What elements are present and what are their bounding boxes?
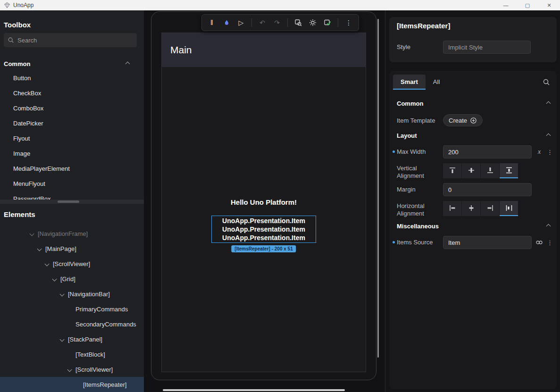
style-input[interactable] [443, 41, 531, 54]
chevron-down-icon[interactable] [67, 367, 72, 372]
tree-item-scrollviewer-2[interactable]: [ScrollViewer] [0, 362, 144, 377]
section-miscellaneous[interactable]: Miscellaneous [397, 220, 550, 232]
tree-item-label: [TextBlock] [75, 351, 105, 358]
toolbox-search[interactable] [4, 33, 137, 47]
chevron-up-icon [125, 61, 130, 66]
redo-button[interactable]: ↷ [273, 18, 281, 27]
max-width-input[interactable] [443, 145, 532, 158]
property-label: Horizontal Alignment [397, 202, 440, 217]
bind-function-icon[interactable]: x [538, 145, 541, 158]
tree-item-textblock[interactable]: [TextBlock] [0, 347, 144, 362]
minimize-button[interactable]: — [495, 0, 517, 10]
maximize-button[interactable]: ▢ [517, 0, 538, 10]
selected-itemsrepeater[interactable]: UnoApp.Presentation.Item UnoApp.Presenta… [211, 216, 316, 243]
chevron-down-icon[interactable] [52, 276, 57, 281]
chevron-down-icon[interactable] [60, 292, 65, 296]
tree-item-mainpage[interactable]: [MainPage] [0, 241, 144, 256]
chevron-down-icon[interactable] [30, 231, 34, 236]
greeting-text[interactable]: Hello Uno Platform! [162, 198, 366, 206]
canvas-horizontal-scrollbar[interactable] [163, 389, 345, 391]
toolbox-items: Button CheckBox ComboBox DatePicker Flyo… [0, 71, 144, 207]
repeater-item[interactable]: UnoApp.Presentation.Item [212, 217, 316, 225]
tree-item-navigationframe[interactable]: [NavigationFrame] [0, 226, 144, 241]
valign-bottom-button[interactable] [481, 163, 499, 178]
halign-left-button[interactable] [443, 201, 461, 216]
section-layout[interactable]: Layout [397, 129, 550, 142]
tab-smart[interactable]: Smart [393, 75, 426, 90]
section-label: Common [397, 100, 423, 107]
theme-toggle-icon[interactable] [309, 18, 317, 27]
valign-center-button[interactable] [462, 163, 480, 178]
tree-item-stackpanel[interactable]: [StackPanel] [0, 332, 144, 347]
more-options-button[interactable]: ⋮ [344, 18, 353, 27]
tree-item-primarycommands[interactable]: PrimaryCommands [0, 301, 144, 317]
play-button[interactable]: ▷ [237, 18, 245, 27]
inspect-element-icon[interactable] [294, 18, 302, 27]
pause-button[interactable]: ‖ [208, 18, 216, 27]
modified-indicator [393, 241, 395, 243]
app-preview-screen[interactable]: Main Hello Uno Platform! UnoApp.Presenta… [161, 33, 366, 372]
property-label: Margin [397, 183, 440, 196]
scrollbar-handle[interactable] [58, 200, 79, 203]
tree-item-scrollviewer[interactable]: [ScrollViewer] [0, 256, 144, 271]
tree-item-grid[interactable]: [Grid] [0, 271, 144, 286]
chevron-down-icon[interactable] [60, 337, 65, 342]
row-items-source: Items Source ⋮ [389, 236, 557, 249]
halign-stretch-button[interactable] [500, 201, 518, 216]
property-search-icon[interactable] [543, 78, 550, 86]
modified-indicator [393, 150, 395, 153]
chevron-down-icon[interactable] [45, 261, 50, 266]
toolbox-item-checkbox[interactable]: CheckBox [0, 86, 144, 101]
section-label: Layout [397, 132, 417, 139]
margin-input[interactable] [443, 183, 532, 196]
binding-icon[interactable] [535, 236, 543, 249]
tree-item-secondarycommands[interactable]: SecondaryCommands [0, 317, 144, 332]
row-max-width: Max Width x ⋮ [389, 145, 557, 158]
toolbox-horizontal-scrollbar[interactable] [0, 200, 144, 204]
toolbox-item-menuflyout[interactable]: MenuFlyout [0, 176, 144, 192]
halign-right-button[interactable] [481, 201, 499, 216]
hot-reload-status-icon[interactable] [323, 18, 332, 27]
selected-element-name: [ItemsRepeater] [397, 22, 450, 30]
section-common-label: Common [4, 60, 30, 67]
toolbox-item-flyout[interactable]: Flyout [0, 131, 144, 146]
repeater-item[interactable]: UnoApp.Presentation.Item [212, 234, 316, 242]
more-options-icon[interactable]: ⋮ [547, 145, 553, 158]
items-source-input[interactable] [443, 236, 532, 249]
undo-button[interactable]: ↶ [258, 18, 267, 27]
toolbox-item-datepicker[interactable]: DatePicker [0, 116, 144, 131]
section-label: Miscellaneous [397, 223, 439, 230]
search-input[interactable] [17, 37, 133, 44]
toolbox-item-combobox[interactable]: ComboBox [0, 101, 144, 116]
chevron-up-icon [546, 224, 551, 228]
tab-all[interactable]: All [426, 75, 447, 90]
valign-stretch-button[interactable] [500, 163, 518, 178]
toolbox-item-button[interactable]: Button [0, 71, 144, 86]
preview-navigation-bar[interactable]: Main [162, 33, 366, 67]
property-label: Items Source [397, 236, 440, 249]
tree-item-label: SecondaryCommands [75, 321, 136, 328]
tree-item-label: PrimaryCommands [75, 306, 128, 313]
designer-toolbar: ‖ ▷ ↶ ↷ [201, 14, 359, 31]
property-label: Item Template [397, 114, 440, 127]
repeater-item[interactable]: UnoApp.Presentation.Item [212, 225, 316, 234]
toolbox-title: Toolbox [4, 21, 31, 29]
more-options-icon[interactable]: ⋮ [547, 236, 553, 249]
create-template-button[interactable]: Create [443, 114, 483, 126]
halign-center-button[interactable] [462, 201, 480, 216]
close-button[interactable]: ✕ [538, 0, 560, 10]
toolbox-item-passwordbox[interactable]: PasswordBox [0, 192, 144, 207]
tree-item-navigationbar[interactable]: [NavigationBar] [0, 286, 144, 301]
toolbox-item-image[interactable]: Image [0, 146, 144, 161]
canvas-vertical-scrollbar[interactable] [377, 19, 379, 358]
hot-reload-flame-icon[interactable] [222, 18, 231, 27]
toolbox-section-common[interactable]: Common [4, 56, 137, 72]
tree-item-itemsrepeater[interactable]: [ItemsRepeater] [0, 377, 144, 392]
chevron-up-icon [546, 133, 551, 138]
valign-top-button[interactable] [443, 163, 461, 178]
chevron-down-icon[interactable] [37, 246, 42, 251]
toolbox-item-mediaplayerelement[interactable]: MediaPlayerElement [0, 161, 144, 176]
tree-item-label: [StackPanel] [68, 336, 102, 343]
section-common[interactable]: Common [397, 97, 550, 109]
toolbar-separator [338, 18, 338, 27]
